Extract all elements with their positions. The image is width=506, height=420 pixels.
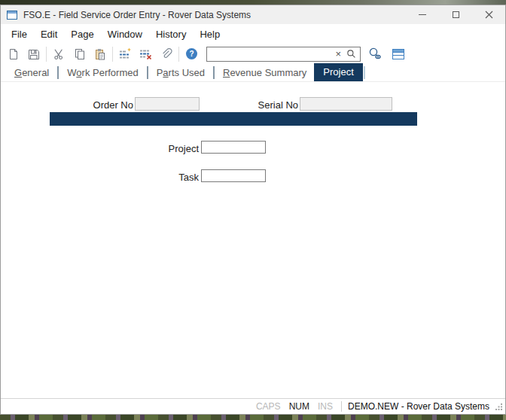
tab-project[interactable]: Project: [314, 63, 362, 81]
menu-file[interactable]: File: [5, 26, 34, 43]
close-button[interactable]: [472, 5, 505, 24]
serial-no-label: Serial No: [238, 99, 298, 111]
app-window: FSO.E - Field Service Order Entry - Rove…: [0, 5, 506, 415]
screen: FSO.E - Field Service Order Entry - Rove…: [0, 0, 506, 420]
new-button[interactable]: [3, 45, 23, 63]
resize-grip-icon: [495, 403, 503, 410]
window-layout-button[interactable]: [388, 45, 408, 63]
statusbar-separator: [341, 401, 342, 412]
section-divider-bar: [50, 112, 417, 126]
maximize-icon: [453, 11, 459, 18]
tab-work-performed[interactable]: Work Performed: [59, 65, 145, 81]
desktop-wallpaper-bottom: [0, 415, 506, 420]
tab-general[interactable]: General: [7, 65, 56, 81]
menu-edit[interactable]: Edit: [34, 26, 64, 43]
menu-help[interactable]: Help: [193, 26, 227, 43]
menu-history[interactable]: History: [149, 26, 193, 43]
menu-page[interactable]: Page: [64, 26, 100, 43]
window-title: FSO.E - Field Service Order Entry - Rove…: [23, 10, 251, 20]
menu-window[interactable]: Window: [101, 26, 149, 43]
toolbar-separator: [46, 47, 47, 62]
titlebar: FSO.E - Field Service Order Entry - Rove…: [1, 5, 505, 24]
svg-text:?: ?: [189, 50, 194, 58]
tabbar: General Work Performed Parts Used Revenu…: [1, 64, 505, 82]
tab-parts-used[interactable]: Parts Used: [149, 65, 212, 81]
tab-separator: [213, 66, 215, 79]
order-no-label: Order No: [73, 99, 133, 111]
insert-line-icon: [119, 47, 132, 60]
save-button[interactable]: [23, 45, 44, 63]
tab-separator: [364, 66, 365, 79]
app-window-icon[interactable]: [7, 11, 17, 20]
clear-icon[interactable]: ×: [335, 49, 341, 59]
paste-icon: [94, 48, 106, 60]
caption-buttons: [406, 5, 505, 24]
project-tab-panel: Order No Serial No Project Task: [1, 82, 505, 398]
search-box: ×: [206, 47, 361, 62]
ins-indicator: INS: [318, 401, 333, 412]
search-icon[interactable]: [346, 49, 356, 59]
copy-button[interactable]: [69, 45, 90, 63]
tab-revenue-summary[interactable]: Revenue Summary: [215, 65, 314, 81]
lookup-eye-icon: [367, 47, 383, 61]
cut-icon: [53, 48, 66, 60]
copy-icon: [74, 48, 86, 60]
toolbar: ? ×: [1, 44, 505, 64]
tab-separator: [57, 66, 59, 79]
help-button[interactable]: ?: [181, 45, 202, 63]
connection-status: DEMO.NEW - Rover Data Systems: [348, 401, 489, 412]
project-label: Project: [139, 143, 199, 154]
task-field[interactable]: [201, 169, 266, 182]
window-layout-icon: [392, 47, 405, 61]
save-icon: [28, 48, 40, 60]
lookup-button[interactable]: [364, 45, 385, 63]
delete-line-button[interactable]: [136, 45, 156, 63]
attachment-icon: [160, 47, 172, 60]
search-input[interactable]: [211, 48, 334, 60]
minimize-icon: [419, 14, 426, 15]
project-field[interactable]: [201, 141, 266, 154]
delete-line-icon: [139, 47, 152, 60]
task-label: Task: [139, 172, 199, 183]
close-icon: [485, 11, 493, 19]
new-document-icon: [8, 48, 20, 60]
order-no-field: [135, 97, 200, 111]
tab-separator: [147, 66, 148, 79]
help-icon: ?: [185, 47, 198, 60]
minimize-button[interactable]: [406, 5, 439, 24]
paste-button[interactable]: [90, 45, 110, 63]
menubar: File Edit Page Window History Help: [1, 24, 505, 44]
num-indicator: NUM: [289, 401, 309, 412]
statusbar: CAPS NUM INS DEMO.NEW - Rover Data Syste…: [1, 398, 505, 414]
maximize-button[interactable]: [439, 5, 472, 24]
toolbar-separator: [112, 47, 113, 62]
caps-indicator: CAPS: [256, 401, 281, 412]
cut-button[interactable]: [49, 45, 69, 63]
resize-grip[interactable]: [495, 403, 503, 410]
insert-line-button[interactable]: [115, 45, 136, 63]
attachment-button[interactable]: [156, 45, 176, 63]
toolbar-separator: [178, 47, 179, 62]
serial-no-field: [300, 97, 392, 111]
